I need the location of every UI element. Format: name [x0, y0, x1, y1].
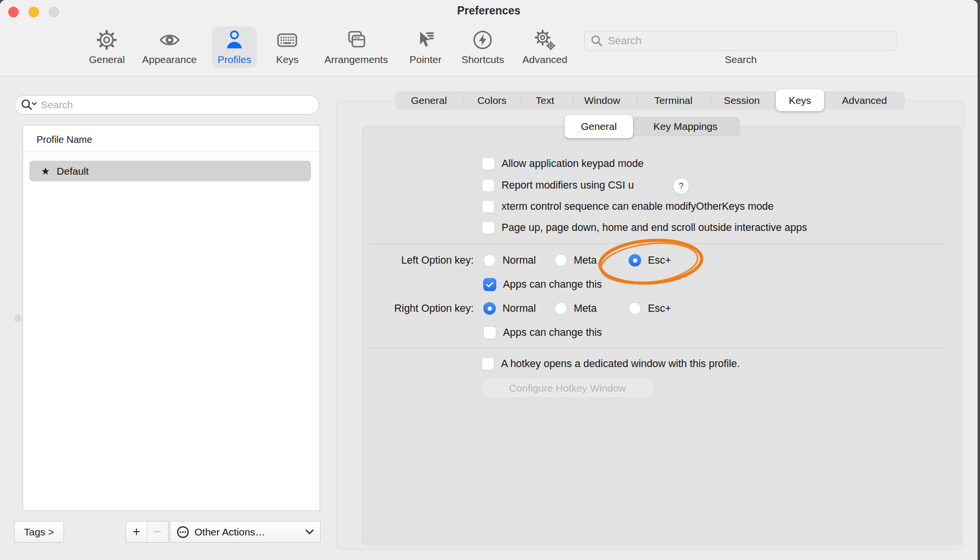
right-apps-can-change-checkbox[interactable]	[483, 326, 496, 339]
checkbox-row: Allow application keypad mode	[482, 157, 644, 170]
radio-label: Meta	[574, 303, 597, 315]
toolbar-search-input[interactable]: Search	[584, 31, 897, 51]
checkbox-label: A hotkey opens a dedicated window with t…	[501, 358, 740, 370]
profile-row-default[interactable]: ★ Default	[29, 161, 311, 181]
tab-keys[interactable]: Keys	[789, 95, 812, 106]
configure-hotkey-window-button[interactable]: Configure Hotkey Window	[481, 378, 654, 398]
modify-other-keys-checkbox[interactable]	[482, 200, 495, 213]
tab-session[interactable]: Session	[724, 95, 760, 106]
toolbar-item-arrangements[interactable]: Arrangements	[319, 26, 394, 68]
tab-colors[interactable]: Colors	[477, 95, 507, 106]
tab-separator	[463, 95, 463, 106]
other-actions-label: Other Actions…	[194, 526, 305, 538]
add-profile-button[interactable]: +	[126, 522, 147, 542]
profile-search-placeholder: Search	[41, 99, 73, 111]
tab-separator	[637, 95, 637, 106]
zoom-button[interactable]	[49, 7, 59, 17]
profile-search-input[interactable]: Search	[14, 95, 319, 115]
right-option-key-label: Right Option key:	[351, 303, 474, 315]
toolbar-item-keys[interactable]: Keys	[271, 26, 305, 68]
scroll-outside-apps-checkbox[interactable]	[482, 221, 495, 234]
subtab-general[interactable]: General	[581, 121, 617, 132]
remove-profile-button[interactable]: −	[147, 522, 168, 542]
tab-text[interactable]: Text	[536, 95, 554, 106]
hotkey-window-checkbox[interactable]	[481, 357, 494, 370]
header-divider	[23, 152, 320, 152]
left-apps-can-change-checkbox[interactable]	[483, 278, 496, 291]
toolbar-label: General	[89, 54, 125, 65]
profile-tab-bar	[395, 91, 905, 110]
radio-label: Esc+	[648, 255, 671, 267]
radio-label: Normal	[503, 303, 536, 315]
allow-keypad-checkbox[interactable]	[482, 157, 495, 170]
star-icon: ★	[41, 165, 50, 177]
ellipsis-circle-icon	[176, 525, 190, 539]
tab-general[interactable]: General	[411, 95, 447, 106]
profile-list: Profile Name ★ Default	[23, 125, 320, 511]
radio-label: Esc+	[648, 303, 671, 315]
other-actions-dropdown[interactable]: Other Actions…	[170, 521, 321, 543]
profile-list-header: Profile Name	[37, 134, 92, 145]
toolbar-item-profiles[interactable]: Profiles	[212, 26, 257, 68]
tab-window[interactable]: Window	[584, 95, 620, 106]
minimize-button[interactable]	[28, 7, 39, 17]
toolbar-item-pointer[interactable]: Pointer	[404, 26, 448, 68]
checkbox-label: Page up, page down, home and end scroll …	[502, 222, 807, 234]
toolbar-label: Shortcuts	[462, 54, 504, 65]
add-remove-group: + −	[126, 521, 168, 543]
checkbox-label: Apps can change this	[503, 279, 602, 291]
toolbar-search-placeholder: Search	[608, 35, 642, 47]
checkbox-label: Allow application keypad mode	[502, 158, 644, 170]
csi-u-checkbox[interactable]	[482, 179, 495, 192]
keyboard-icon	[276, 29, 298, 51]
window-title: Preferences	[457, 4, 521, 17]
right-option-esc-radio[interactable]	[629, 302, 641, 315]
radio-label: Meta	[574, 255, 597, 267]
toolbar-item-shortcuts[interactable]: Shortcuts	[456, 26, 510, 68]
toolbar-item-advanced[interactable]: Advanced	[516, 26, 573, 68]
right-option-meta-radio[interactable]	[554, 302, 567, 315]
left-option-key-label: Left Option key:	[351, 255, 474, 267]
person-icon	[223, 29, 245, 51]
checkbox-row: Report modifiers using CSI u	[482, 179, 634, 192]
checkbox-row: Page up, page down, home and end scroll …	[482, 221, 807, 234]
checkbox-row: Apps can change this	[483, 278, 602, 291]
tab-terminal[interactable]: Terminal	[654, 95, 692, 106]
checkbox-label: xterm control sequence can enable modify…	[502, 201, 774, 213]
close-button[interactable]	[8, 7, 19, 17]
search-menu-icon	[21, 99, 37, 111]
chevron-down-icon	[305, 529, 314, 535]
toolbar-label: Appearance	[142, 54, 196, 65]
toolbar-search-caption: Search	[725, 54, 757, 65]
help-button[interactable]: ?	[673, 178, 689, 194]
toolbar-item-general[interactable]: General	[83, 26, 131, 68]
right-option-normal-radio[interactable]	[483, 302, 496, 315]
toolbar-item-appearance[interactable]: Appearance	[136, 26, 202, 68]
left-option-normal-radio[interactable]	[483, 254, 496, 267]
tab-separator	[573, 95, 573, 106]
eye-icon	[158, 29, 181, 51]
left-option-meta-radio[interactable]	[554, 254, 567, 267]
preferences-window: Preferences General Appearance Profiles …	[0, 0, 978, 560]
radio-group-left-option: Normal	[483, 254, 536, 267]
profile-name: Default	[57, 165, 89, 177]
checkbox-row: xterm control sequence can enable modify…	[482, 200, 774, 213]
tab-separator	[711, 95, 712, 106]
checkbox-label: Apps can change this	[503, 327, 602, 339]
toolbar-label: Profiles	[218, 54, 251, 65]
radio-label: Normal	[503, 255, 536, 267]
search-icon	[591, 35, 603, 47]
windows-stack-icon	[345, 29, 367, 51]
tags-button[interactable]: Tags >	[14, 521, 64, 543]
checkbox-row: Apps can change this	[483, 326, 602, 339]
tab-advanced[interactable]: Advanced	[842, 95, 887, 106]
toolbar-label: Keys	[276, 54, 299, 65]
window-edge-dot	[14, 315, 22, 322]
gear-icon	[96, 29, 118, 51]
subtab-key-mappings[interactable]: Key Mappings	[653, 121, 717, 132]
toolbar-label: Pointer	[410, 54, 442, 65]
gears-icon	[534, 29, 556, 51]
section-divider	[370, 243, 944, 244]
left-option-esc-radio[interactable]	[629, 254, 641, 267]
cursor-icon	[414, 29, 437, 51]
